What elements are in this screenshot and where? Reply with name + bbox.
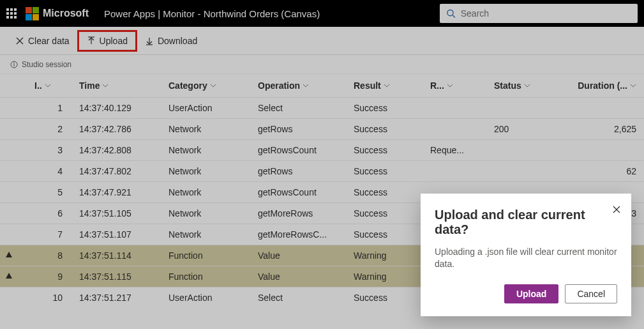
upload-dialog: Upload and clear current data? Uploading… bbox=[421, 194, 631, 316]
close-icon bbox=[612, 205, 621, 214]
dialog-close-button[interactable] bbox=[612, 205, 621, 216]
dialog-cancel-button[interactable]: Cancel bbox=[565, 284, 617, 303]
dialog-upload-button[interactable]: Upload bbox=[504, 284, 558, 303]
dialog-body: Uploading a .json file will clear curren… bbox=[435, 246, 617, 270]
dialog-title: Upload and clear current data? bbox=[435, 208, 617, 237]
